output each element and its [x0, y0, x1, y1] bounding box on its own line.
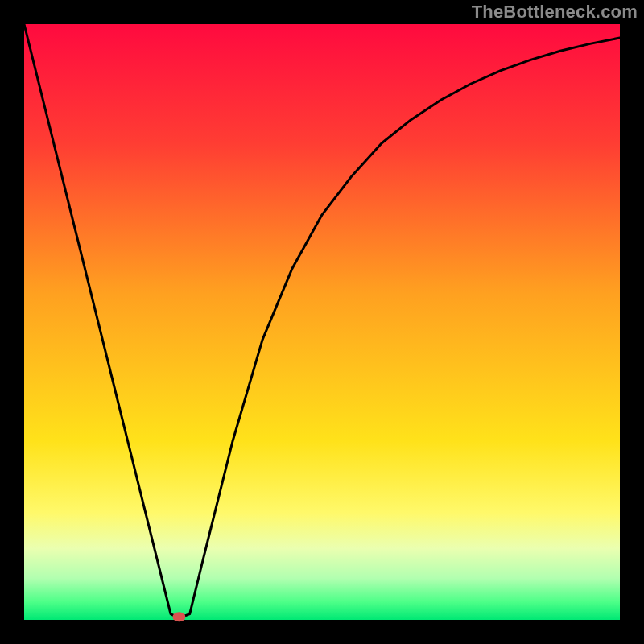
- optimal-marker: [172, 612, 185, 621]
- chart-frame: { "watermark": "TheBottleneck.com", "cha…: [0, 0, 644, 644]
- bottleneck-chart: [0, 0, 644, 644]
- plot-background: [24, 24, 620, 620]
